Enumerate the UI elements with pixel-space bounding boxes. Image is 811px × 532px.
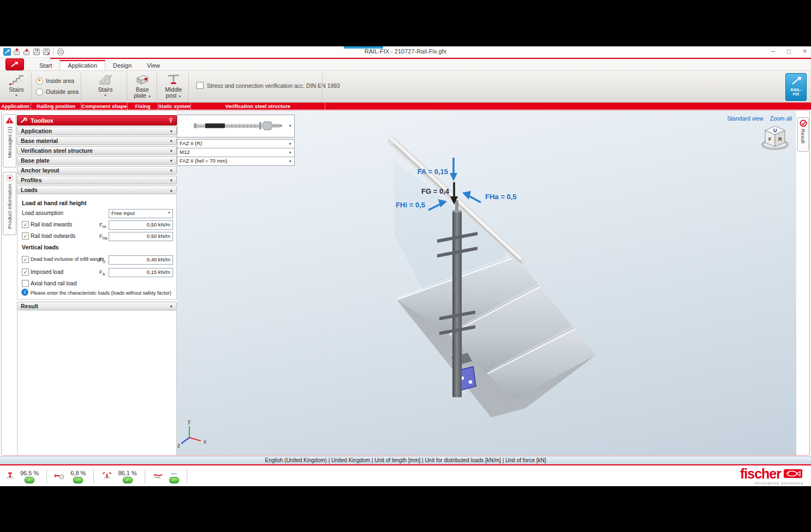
symbol-fg: FG	[99, 256, 105, 264]
sidebar-tab-messages[interactable]: Messages (1)	[3, 114, 16, 168]
dead-load-input[interactable]: 0,40 kN/m	[109, 255, 173, 265]
stat-separator	[46, 469, 47, 483]
chevron-down-icon: ▼	[170, 129, 173, 133]
checkbox-unchecked-icon[interactable]	[22, 280, 29, 287]
checkbox-checked-icon[interactable]: ✓	[22, 256, 29, 263]
result-side-tab[interactable]: Result	[797, 117, 809, 152]
wrench-icon	[21, 117, 27, 123]
force-label-fha: FHa = 0,5	[485, 193, 516, 201]
axis-triad: y x z	[177, 419, 206, 449]
spacing-icon	[102, 471, 112, 481]
dead-load-row: ✓ Dead load inclusive of infill weight F…	[17, 255, 176, 265]
railfix-icon	[790, 75, 802, 86]
orientation-cube[interactable]: U F R	[759, 124, 791, 154]
symbol-fha: FHa	[99, 233, 108, 240]
radio-inside-area[interactable]: Inside area	[36, 75, 79, 86]
anchor-variant-select[interactable]: FAZ II (hef = 70 mm)▼	[177, 157, 295, 166]
cube-face-right: R	[778, 136, 782, 142]
group-label-fixing: Fixing	[128, 103, 158, 110]
middle-post-button[interactable]: Middlepost ▼	[160, 73, 187, 100]
cube-face-front: F	[768, 136, 772, 142]
rail-load-outwards-row: ✓ Rail load outwards FHa 0,50 kN/m	[17, 232, 176, 242]
status-bar: English (United Kingdom) | United Kingdo…	[0, 456, 811, 464]
close-button[interactable]: ×	[803, 47, 807, 56]
stairs-shape-button[interactable]: Stairs ▼	[86, 73, 124, 99]
railfix-module-button[interactable]: RAIL-FIX	[785, 73, 807, 101]
toolbox-panel: Toolbox Application▼ Base material▼ Veri…	[17, 115, 177, 450]
checkbox-checked-icon[interactable]: ✓	[22, 221, 29, 228]
checkbox-checked-icon[interactable]: ✓	[22, 268, 29, 276]
anchor-type-select[interactable]: FAZ II (R)▼	[177, 139, 295, 148]
force-label-fhi: FHi = 0,5	[396, 201, 425, 209]
stat-separator	[93, 469, 94, 483]
section-verification-steel-structure[interactable]: Verification steel structure▼	[17, 146, 177, 155]
screen-letterbox	[0, 486, 811, 532]
loads-heading-vertical: Vertical loads	[22, 244, 59, 250]
stat-separator	[187, 469, 187, 483]
section-base-material[interactable]: Base material▼	[17, 136, 177, 145]
chevron-down-icon: ▼	[148, 95, 151, 98]
anchor-size-select[interactable]: M12▼	[177, 148, 295, 157]
section-application[interactable]: Application▼	[17, 127, 177, 135]
axis-label-y: y	[188, 419, 190, 425]
maximize-button[interactable]: □	[787, 47, 791, 56]
info-icon: i	[21, 289, 28, 296]
radio-unselected-icon	[36, 88, 43, 95]
product-info-icon	[7, 175, 13, 181]
section-anchor-layout[interactable]: Anchor layout▼	[17, 166, 177, 175]
imposed-load-input[interactable]: 0,15 kN/m	[109, 268, 173, 277]
screen: RAIL-FIX - 210727-Rail-Fix.gfx – □ × Sta…	[0, 0, 811, 532]
stat-spacing: 86,1 %✓	[102, 470, 136, 483]
chevron-down-icon: ▼	[289, 142, 292, 146]
section-base-plate[interactable]: Base plate▼	[17, 156, 177, 165]
chevron-down-icon: ▼	[289, 159, 292, 163]
tab-design[interactable]: Design	[105, 60, 139, 70]
tab-start[interactable]: Start	[32, 60, 59, 70]
zoom-all-link[interactable]: Zoom all	[770, 115, 792, 122]
loads-heading-rail: Load at hand rail height	[22, 200, 86, 206]
sidebar-tab-product-information[interactable]: Product information	[3, 172, 16, 235]
railing-position-group: Inside area Outside area	[36, 75, 79, 97]
base-plate-button[interactable]: Baseplate ▼	[130, 73, 155, 100]
group-label-application: Application	[0, 103, 31, 110]
app-menu-button[interactable]	[5, 58, 24, 70]
group-label-component-shape: Component shape	[81, 103, 128, 110]
stat-separator	[145, 469, 145, 483]
stat-edge-distance: 6,8 %✓	[55, 470, 86, 483]
loads-content: Load at hand rail height Load assumption…	[17, 194, 177, 300]
toolbox-header[interactable]: Toolbox	[17, 115, 177, 125]
pin-icon[interactable]	[169, 118, 173, 123]
tab-application[interactable]: Application	[59, 60, 105, 70]
standard-view-link[interactable]: Standard view	[727, 115, 764, 122]
minimize-button[interactable]: –	[771, 47, 775, 56]
imposed-load-row: ✓ Imposed load FA 0,15 kN/m	[17, 268, 176, 278]
chevron-down-icon: ▼	[170, 304, 173, 308]
brand-tagline: innovative solutions	[740, 481, 803, 486]
tab-view[interactable]: View	[139, 60, 168, 70]
stairs-application-button[interactable]: Stairs ▼	[3, 73, 29, 99]
steel-verification-checkbox[interactable]: Stress and connection verification acc. …	[196, 82, 340, 89]
ribbon: Stairs ▼ Inside area Outside area Stairs…	[0, 71, 811, 103]
warning-icon	[5, 117, 14, 124]
section-profiles[interactable]: Profiles▼	[17, 176, 177, 184]
axial-load-row: Axial hand rail load	[17, 279, 176, 289]
radio-outside-area[interactable]: Outside area	[36, 86, 79, 97]
ribbon-tab-row: Start Application Design View	[0, 58, 811, 71]
checkbox-unchecked-icon	[196, 82, 204, 89]
rail-load-inwards-input[interactable]: 0,50 kN/m	[109, 220, 173, 230]
title-bar: RAIL-FIX - 210727-Rail-Fix.gfx – □ ×	[0, 46, 811, 58]
brand-wordmark: fischer	[740, 467, 781, 480]
group-separator	[322, 73, 323, 100]
symbol-fhi: FHi	[99, 222, 106, 229]
load-assumption-select[interactable]: Free input▼	[109, 209, 173, 218]
chevron-down-icon: ▼	[86, 93, 124, 99]
group-separator	[157, 73, 157, 100]
stairs-3d-icon	[98, 73, 113, 86]
checkbox-checked-icon[interactable]: ✓	[22, 232, 29, 240]
section-loads[interactable]: Loads▲	[17, 186, 177, 194]
rail-load-outwards-input[interactable]: 0,50 kN/m	[109, 232, 173, 241]
section-result[interactable]: Result▼	[17, 302, 177, 310]
check-badge-icon: ✓	[73, 477, 83, 483]
load-assumption-label: Load assumption	[22, 210, 63, 216]
anchor-image-select[interactable]: ▼	[177, 115, 295, 138]
